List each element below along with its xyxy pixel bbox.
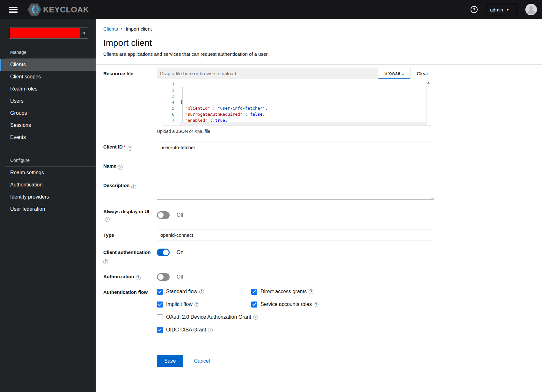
auth-flow-option-implicit-flow: Implicit flow? [157, 301, 251, 308]
client-auth-toggle[interactable] [157, 249, 170, 256]
sidebar-item-client-scopes[interactable]: Client scopes [0, 71, 96, 83]
browse-button[interactable]: Browse... [378, 68, 411, 79]
editor-scrollbar[interactable] [426, 80, 431, 125]
chevron-down-icon: ▾ [507, 8, 509, 12]
help-icon[interactable]: ? [118, 165, 123, 170]
checkbox-label: Service accounts roles [260, 301, 312, 307]
cancel-link[interactable]: Cancel [194, 358, 210, 364]
sidebar-item-realm-settings[interactable]: Realm settings [0, 167, 96, 179]
checkbox-label: Standard flow [166, 289, 197, 294]
chevron-down-icon: ▾ [83, 31, 85, 35]
breadcrumb-clients-link[interactable]: Clients [103, 26, 118, 32]
help-icon[interactable]: ? [208, 328, 213, 332]
sidebar-item-clients[interactable]: Clients [0, 59, 96, 71]
help-icon[interactable]: ? [103, 259, 108, 264]
actions-row: Save Cancel [103, 341, 542, 367]
name-label: Name [103, 163, 116, 169]
nav-section-configure: Configure [0, 153, 96, 166]
auth-flow-option-oauth-2-0-device-authorization-grant: OAuth 2.0 Device Authorization Grant? [157, 314, 434, 320]
description-textarea[interactable] [157, 180, 434, 200]
help-icon[interactable]: ? [253, 315, 258, 320]
avatar[interactable] [525, 4, 537, 15]
name-row: Name? [103, 161, 542, 172]
description-label: Description [103, 183, 130, 188]
import-client-form: Resource file Drag a file here or browse… [103, 68, 542, 367]
type-input[interactable] [157, 229, 434, 241]
breadcrumb: Clients › Import client [103, 26, 542, 32]
always-display-row: Always display in UI? Off [103, 208, 542, 222]
resource-file-label: Resource file [103, 71, 133, 76]
user-avatar-icon [525, 4, 537, 15]
help-icon[interactable]: ? [131, 185, 136, 189]
clear-button[interactable]: Clear [410, 68, 434, 79]
type-label: Type [103, 232, 114, 238]
help-icon[interactable]: ? [309, 289, 313, 294]
type-row: Type [103, 229, 542, 241]
indent-guide [182, 87, 183, 123]
sidebar-item-events[interactable]: Events [0, 131, 96, 143]
sidebar-item-realm-roles[interactable]: Realm roles [0, 83, 96, 95]
direct-access-grants-checkbox[interactable] [251, 289, 257, 295]
oauth-2-0-device-authorization-grant-checkbox[interactable] [157, 314, 163, 320]
user-dropdown[interactable]: admin ▾ [486, 4, 517, 15]
resource-file-row: Resource file Drag a file here or browse… [103, 68, 542, 134]
help-icon[interactable]: ? [105, 217, 110, 222]
keycloak-logo: KEYCLOAK [27, 3, 89, 16]
upload-helper-text: Upload a JSON or XML file [157, 129, 434, 134]
authorization-label: Authorization [103, 274, 134, 279]
help-icon[interactable]: ? [471, 6, 478, 13]
keycloak-logo-icon [27, 3, 42, 16]
help-icon[interactable]: ? [128, 146, 132, 151]
scroll-up-icon[interactable] [427, 82, 430, 83]
file-drop-zone[interactable]: Drag a file here or browse to upload [157, 68, 378, 79]
code-editor[interactable]: 1234567 { "clientId" : "user-info-fetche… [163, 80, 431, 126]
implicit-flow-checkbox[interactable] [157, 301, 163, 308]
auth-flow-option-service-accounts-roles: Service accounts roles? [251, 301, 434, 308]
nav-toggle-icon[interactable] [9, 7, 18, 13]
required-asterisk: * [123, 144, 125, 149]
oidc-ciba-grant-checkbox[interactable] [157, 327, 163, 333]
authorization-toggle[interactable] [157, 273, 170, 281]
chevron-right-icon: › [121, 26, 122, 31]
sidebar-item-authentication[interactable]: Authentication [0, 179, 96, 191]
checkbox-label: OIDC CIBA Grant [166, 327, 206, 333]
page-title: Import client [103, 38, 542, 48]
client-id-input[interactable] [157, 142, 434, 153]
description-row: Description? [103, 180, 542, 201]
service-accounts-roles-checkbox[interactable] [251, 301, 257, 308]
sidebar-item-identity-providers[interactable]: Identity providers [0, 191, 96, 203]
toggle-state-text: On [177, 250, 183, 255]
standard-flow-checkbox[interactable] [157, 289, 163, 295]
always-display-toggle[interactable] [157, 211, 170, 219]
file-upload: Drag a file here or browse to upload Bro… [157, 68, 434, 79]
client-id-row: Client ID*? [103, 142, 542, 153]
realm-selector[interactable]: ▾ [9, 27, 88, 39]
help-icon[interactable]: ? [136, 275, 141, 280]
editor-line-numbers: 1234567 [163, 80, 178, 125]
sidebar-item-groups[interactable]: Groups [0, 107, 96, 119]
masthead: KEYCLOAK ? admin ▾ [0, 0, 542, 19]
main-content: Clients › Import client Import client Cl… [96, 19, 542, 392]
sidebar-item-users[interactable]: Users [0, 95, 96, 107]
sidebar-item-user-federation[interactable]: User federation [0, 203, 96, 215]
auth-flow-option-direct-access-grants: Direct access grants? [251, 289, 434, 295]
help-icon[interactable]: ? [194, 302, 199, 307]
checkbox-label: OAuth 2.0 Device Authorization Grant [166, 314, 251, 320]
checkbox-label: Direct access grants [260, 289, 307, 294]
editor-code[interactable]: { "clientId" : "user-info-fetcher", "sur… [178, 80, 431, 125]
save-button[interactable]: Save [157, 355, 183, 367]
client-auth-label: Client authentication [103, 250, 150, 255]
help-icon[interactable]: ? [199, 289, 204, 294]
editor-hscrollbar[interactable] [179, 122, 426, 125]
divider [96, 64, 542, 65]
sidebar-item-sessions[interactable]: Sessions [0, 119, 96, 131]
auth-flow-option-standard-flow: Standard flow? [157, 289, 251, 295]
help-icon[interactable]: ? [314, 302, 319, 307]
toggle-state-text: Off [177, 274, 183, 280]
auth-flow-label: Authentication flow [103, 289, 148, 295]
username: admin [490, 7, 503, 12]
auth-flow-row: Authentication flow Standard flow?Direct… [103, 288, 542, 333]
nav-section-manage: Manage [0, 45, 96, 58]
name-input[interactable] [157, 161, 434, 172]
toggle-state-text: Off [177, 212, 183, 218]
